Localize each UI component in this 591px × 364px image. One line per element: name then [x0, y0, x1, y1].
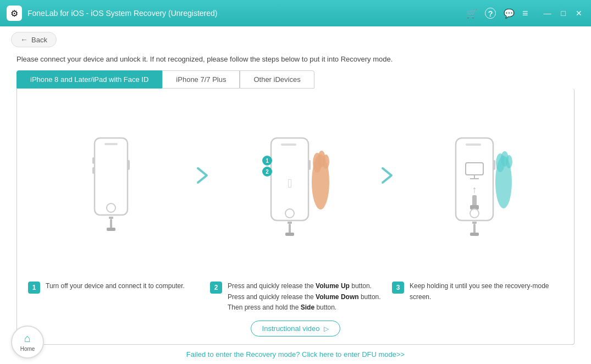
- bottom-nav: Failed to enter the Recovery mode? Click…: [0, 345, 591, 364]
- chat-icon[interactable]: 💬: [504, 8, 515, 19]
- svg-rect-5: [92, 167, 95, 174]
- tab-other[interactable]: Other iDevices: [240, 70, 314, 89]
- tab-bar: iPhone 8 and Later/iPad with Face ID iPh…: [16, 70, 575, 89]
- tab-iphone8[interactable]: iPhone 8 and Later/iPad with Face ID: [16, 70, 162, 89]
- video-label: Instructional video: [262, 324, 320, 333]
- steps-visual:  1 2: [17, 89, 574, 276]
- home-btn-wrap: ⌂ Home: [11, 326, 44, 359]
- top-nav: ← Back: [0, 26, 591, 47]
- steps-description: 1 Turn off your device and connect it to…: [17, 275, 574, 316]
- svg-rect-32: [466, 144, 481, 146]
- title-bar: ⚙ FoneLab for iOS - iOS System Recovery …: [0, 0, 591, 26]
- svg-rect-40: [493, 160, 495, 170]
- home-icon: ⌂: [24, 332, 31, 345]
- instruction-text: Please connect your device and unlock it…: [0, 47, 591, 70]
- step1-phone-svg: [89, 135, 133, 234]
- svg-point-2: [107, 203, 115, 212]
- back-label: Back: [31, 36, 47, 44]
- svg-rect-1: [104, 143, 118, 145]
- maximize-button[interactable]: □: [559, 8, 568, 19]
- play-icon: ▷: [324, 325, 329, 333]
- svg-rect-24: [288, 222, 292, 224]
- minimize-button[interactable]: —: [542, 8, 554, 19]
- step2-phone-svg:  1 2: [260, 133, 332, 237]
- svg-rect-41: [472, 222, 477, 224]
- title-left: ⚙ FoneLab for iOS - iOS System Recovery …: [7, 5, 217, 21]
- home-label: Home: [20, 346, 35, 352]
- svg-rect-42: [473, 224, 476, 234]
- svg-text:2: 2: [266, 169, 269, 175]
- step3-desc: 3 Keep holding it until you see the reco…: [392, 281, 563, 302]
- step3-visual: ↑: [397, 135, 563, 234]
- arrow1: [194, 162, 213, 191]
- svg-text:1: 1: [266, 158, 269, 164]
- step3-phone-wrap: ↑: [445, 135, 516, 234]
- step2-phone-wrap:  1 2: [260, 135, 332, 234]
- step2-text: Press and quickly release the Volume Up …: [228, 281, 381, 313]
- cart-icon[interactable]: 🛒: [466, 8, 477, 19]
- svg-rect-3: [128, 160, 130, 170]
- step1-text: Turn off your device and connect it to c…: [46, 281, 185, 291]
- step1-phone-wrap: [89, 135, 133, 234]
- svg-point-30: [506, 155, 512, 168]
- svg-text:: : [287, 177, 291, 190]
- step3-number: 3: [392, 282, 404, 294]
- svg-rect-26: [285, 233, 294, 236]
- window-controls: — □ ✕: [542, 8, 584, 19]
- back-button[interactable]: ← Back: [11, 32, 57, 47]
- step1-desc: 1 Turn off your device and connect it to…: [28, 281, 199, 294]
- app-title: FoneLab for iOS - iOS System Recovery (U…: [27, 9, 217, 18]
- svg-rect-7: [110, 219, 112, 229]
- home-button[interactable]: ⌂ Home: [11, 326, 44, 359]
- svg-rect-17: [308, 160, 311, 170]
- svg-rect-8: [107, 228, 115, 231]
- help-icon[interactable]: ?: [485, 8, 496, 19]
- step1-number: 1: [28, 282, 40, 294]
- svg-point-16: [285, 209, 294, 218]
- app-icon: ⚙: [7, 5, 22, 21]
- back-arrow-icon: ←: [20, 35, 28, 44]
- step3-text: Keep holding it until you see the recove…: [410, 281, 563, 302]
- step1-visual: [28, 135, 194, 234]
- title-controls: 🛒 ? 💬 ≡ — □ ✕: [466, 8, 584, 19]
- step3-phone-svg: ↑: [445, 133, 516, 237]
- tab-iphone7[interactable]: iPhone 7/7 Plus: [162, 70, 240, 89]
- content-panel:  1 2: [16, 89, 575, 345]
- svg-text:↑: ↑: [472, 184, 477, 195]
- step2-visual:  1 2: [213, 135, 378, 234]
- svg-rect-4: [92, 157, 95, 164]
- step2-desc: 2 Press and quickly release the Volume U…: [210, 281, 381, 313]
- video-btn-wrap: Instructional video ▷: [17, 316, 574, 344]
- menu-icon[interactable]: ≡: [522, 8, 528, 19]
- svg-point-12: [323, 155, 329, 169]
- dfu-mode-link[interactable]: Failed to enter the Recovery mode? Click…: [186, 350, 405, 359]
- svg-rect-14: [281, 144, 296, 146]
- step2-number: 2: [210, 282, 222, 294]
- svg-rect-43: [470, 233, 479, 236]
- svg-rect-25: [289, 224, 291, 234]
- svg-rect-6: [109, 217, 113, 219]
- main-content: ← Back Please connect your device and un…: [0, 26, 591, 364]
- instructional-video-button[interactable]: Instructional video ▷: [251, 321, 341, 337]
- svg-rect-37: [472, 195, 477, 206]
- svg-point-39: [470, 209, 479, 218]
- arrow2: [378, 162, 397, 191]
- close-button[interactable]: ✕: [573, 8, 584, 19]
